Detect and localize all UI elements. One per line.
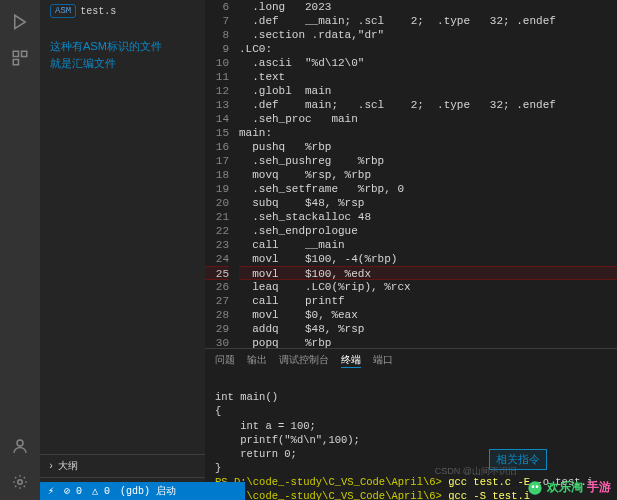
svg-point-8 (536, 485, 539, 488)
code-line[interactable]: subq $48, %rsp (239, 196, 617, 210)
bottom-panel: 问题输出调试控制台终端端口 int main(){ int a = 100; p… (205, 348, 617, 500)
terminal-line: { (215, 404, 607, 418)
chevron-right-icon: › (48, 461, 54, 472)
code-line[interactable]: leaq .LC0(%rip), %rcx (239, 280, 617, 294)
panel-tab[interactable]: 端口 (373, 353, 393, 368)
code-line[interactable]: main: (239, 126, 617, 140)
svg-point-4 (17, 440, 23, 446)
svg-marker-0 (15, 15, 26, 29)
code-line[interactable]: .def __main; .scl 2; .type 32; .endef (239, 14, 617, 28)
code-line[interactable]: .text (239, 70, 617, 84)
terminal-line (215, 376, 607, 390)
remote-icon[interactable]: ⚡ (48, 485, 54, 497)
logo-watermark: 欢乐淘手游 (527, 479, 611, 496)
code-line[interactable]: .section .rdata,"dr" (239, 28, 617, 42)
extensions-icon[interactable] (8, 46, 32, 70)
svg-rect-1 (13, 51, 18, 56)
code-line[interactable]: .seh_stackalloc 48 (239, 210, 617, 224)
code-line[interactable]: .def main; .scl 2; .type 32; .endef (239, 98, 617, 112)
code-line[interactable]: .seh_setframe %rbp, 0 (239, 182, 617, 196)
terminal-line: } (215, 461, 607, 475)
sidebar: ASM test.s 这种有ASM标识的文件 就是汇编文件 › 大纲 › 时间线… (40, 0, 205, 500)
svg-point-6 (528, 481, 541, 494)
code-line[interactable]: movl $0, %eax (239, 308, 617, 322)
code-line[interactable]: movl $100, %edx (239, 266, 617, 280)
code-line[interactable]: .globl main (239, 84, 617, 98)
terminal-line: int a = 100; (215, 419, 607, 433)
terminal-line: printf("%d\n",100); (215, 433, 607, 447)
code-line[interactable]: movl $100, -4(%rbp) (239, 252, 617, 266)
code-line[interactable]: .seh_pushreg %rbp (239, 154, 617, 168)
asm-badge-icon: ASM (50, 4, 76, 18)
status-bar: ⚡ ⊘ 0 △ 0 (gdb) 启动 (40, 482, 245, 500)
outline-section[interactable]: › 大纲 (40, 454, 205, 477)
terminal-line: int main() (215, 390, 607, 404)
code-line[interactable]: .ascii "%d\12\0" (239, 56, 617, 70)
svg-point-7 (532, 485, 535, 488)
outline-label: 大纲 (58, 459, 78, 473)
annotation-callout: 这种有ASM标识的文件 就是汇编文件 (50, 38, 162, 71)
activity-bar (0, 0, 40, 500)
code-line[interactable]: .long 2023 (239, 0, 617, 14)
debug-icon[interactable] (8, 10, 32, 34)
status-errors[interactable]: ⊘ 0 (64, 485, 82, 497)
status-warnings[interactable]: △ 0 (92, 485, 110, 497)
code-line[interactable]: .LC0: (239, 42, 617, 56)
panel-tab[interactable]: 问题 (215, 353, 235, 368)
code-line[interactable]: popq %rbp (239, 336, 617, 348)
editor-tab-row: ASM test.s (40, 0, 205, 22)
terminal-line: return 0; (215, 447, 607, 461)
panel-tabs: 问题输出调试控制台终端端口 (205, 349, 617, 372)
svg-point-5 (18, 480, 23, 485)
tab-filename: test.s (80, 6, 116, 17)
panel-tab[interactable]: 调试控制台 (279, 353, 329, 368)
code-line[interactable]: .seh_proc main (239, 112, 617, 126)
svg-rect-3 (13, 60, 18, 65)
settings-gear-icon[interactable] (8, 470, 32, 494)
account-icon[interactable] (8, 434, 32, 458)
status-launch[interactable]: (gdb) 启动 (120, 484, 176, 498)
panel-tab[interactable]: 终端 (341, 353, 361, 368)
logo-icon (527, 480, 543, 496)
panel-tab[interactable]: 输出 (247, 353, 267, 368)
code-line[interactable]: pushq %rbp (239, 140, 617, 154)
code-line[interactable]: .seh_endprologue (239, 224, 617, 238)
csdn-watermark: CSDN @山间不识旧 (435, 465, 517, 478)
open-file-tab[interactable]: ASM test.s (44, 2, 122, 20)
svg-rect-2 (22, 51, 27, 56)
main-area: 6789101112131415161718192021222324252627… (205, 0, 617, 500)
code-line[interactable]: addq $48, %rsp (239, 322, 617, 336)
code-editor[interactable]: 6789101112131415161718192021222324252627… (205, 0, 617, 348)
code-line[interactable]: movq %rsp, %rbp (239, 168, 617, 182)
code-line[interactable]: call __main (239, 238, 617, 252)
code-line[interactable]: call printf (239, 294, 617, 308)
